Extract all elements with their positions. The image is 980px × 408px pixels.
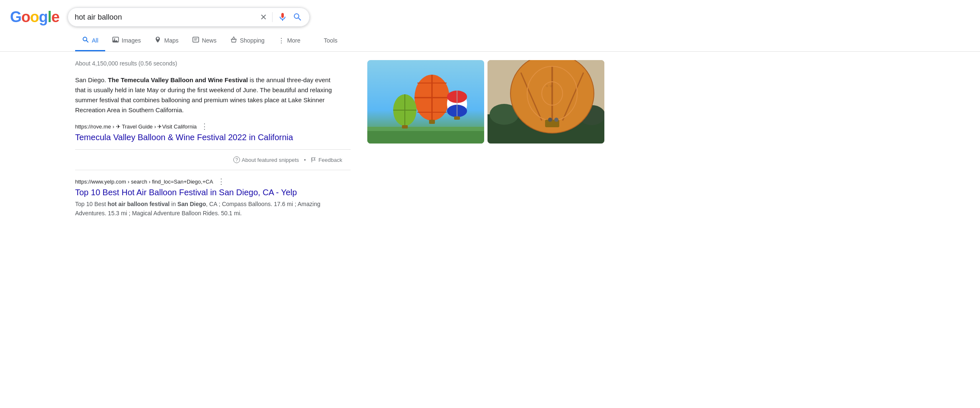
tab-maps-label: Maps: [164, 37, 178, 44]
results-count: About 4,150,000 results (0.56 seconds): [75, 60, 351, 67]
svg-point-41: [548, 118, 552, 122]
logo-e: e: [51, 8, 59, 25]
images-column: ○ ☆: [367, 60, 604, 225]
main-content: About 4,150,000 results (0.56 seconds) S…: [0, 52, 980, 225]
result-2-title[interactable]: Top 10 Best Hot Air Balloon Festival in …: [75, 188, 297, 197]
result-item-2: https://www.yelp.com › search › find_loc…: [75, 177, 351, 218]
result-1-url: https://rove.me › ✈ Travel Guide › ✈Visi…: [75, 123, 197, 130]
about-snippets-button[interactable]: ? About featured snippets: [233, 156, 299, 163]
snippet-bold: The Temecula Valley Balloon and Wine Fes…: [108, 76, 248, 83]
results-column: About 4,150,000 results (0.56 seconds) S…: [75, 60, 351, 225]
shopping-icon: [230, 36, 237, 45]
result-2-url-row: https://www.yelp.com › search › find_loc…: [75, 177, 351, 186]
tab-news-label: News: [202, 37, 217, 44]
tab-all[interactable]: All: [75, 32, 105, 51]
separator-1: [75, 149, 351, 150]
flag-icon: [311, 157, 317, 163]
tab-all-label: All: [92, 37, 99, 44]
divider: [272, 12, 273, 22]
nav-tabs: All Images Maps News Shopping ⋮ More Too…: [0, 27, 980, 52]
search-input[interactable]: [75, 13, 256, 22]
snippet-text: San Diego. The Temecula Valley Balloon a…: [75, 75, 334, 115]
tab-tools-label: Tools: [324, 37, 338, 44]
tab-shopping-label: Shopping: [240, 37, 265, 44]
result-2-url: https://www.yelp.com › search › find_loc…: [75, 179, 213, 185]
result-2-more-options[interactable]: ⋮: [217, 177, 225, 186]
featured-snippet: San Diego. The Temecula Valley Balloon a…: [75, 75, 351, 115]
tab-shopping[interactable]: Shopping: [223, 32, 271, 51]
tab-more[interactable]: ⋮ More: [271, 33, 307, 51]
image-1-placeholder: [367, 60, 484, 144]
search-bar: ✕: [68, 8, 310, 27]
svg-rect-25: [454, 116, 460, 120]
feedback-label: Feedback: [318, 157, 342, 163]
svg-line-1: [86, 40, 88, 42]
tab-more-label: More: [287, 37, 301, 44]
result-1-title[interactable]: Temecula Valley Balloon & Wine Festival …: [75, 133, 293, 142]
header: Google ✕: [0, 0, 980, 27]
logo-g2: g: [39, 8, 48, 25]
logo-o1: o: [21, 8, 30, 25]
image-2-placeholder: ○ ☆: [487, 60, 604, 144]
news-icon: [192, 36, 200, 45]
snippet-text-before: San Diego.: [75, 76, 108, 83]
images-icon: [112, 36, 119, 45]
tab-maps[interactable]: Maps: [147, 32, 185, 51]
tab-tools[interactable]: Tools: [317, 33, 344, 50]
logo-o2: o: [30, 8, 39, 25]
logo-g1: G: [10, 8, 21, 25]
svg-point-3: [114, 38, 115, 40]
tab-images-label: Images: [122, 37, 141, 44]
image-1[interactable]: [367, 60, 484, 144]
more-dots-icon: ⋮: [278, 37, 285, 45]
svg-rect-4: [193, 37, 199, 42]
all-icon: [82, 36, 89, 45]
images-wrapper: ○ ☆: [367, 60, 604, 144]
svg-rect-16: [429, 120, 435, 124]
feedback-button[interactable]: Feedback: [311, 157, 342, 163]
result-1-more-options[interactable]: ⋮: [201, 122, 208, 131]
svg-rect-9: [367, 131, 484, 144]
svg-text:○ ☆: ○ ☆: [546, 84, 553, 88]
maps-icon: [154, 36, 162, 45]
result-1-url-row: https://rove.me › ✈ Travel Guide › ✈Visi…: [75, 122, 351, 131]
mic-icon[interactable]: [278, 12, 288, 22]
snippet-actions: ? About featured snippets • Feedback: [75, 156, 351, 163]
search-icons: ✕: [260, 12, 303, 22]
google-logo: Google: [10, 8, 59, 26]
search-button[interactable]: [293, 12, 303, 22]
clear-button[interactable]: ✕: [260, 12, 267, 22]
result-item-1: https://rove.me › ✈ Travel Guide › ✈Visi…: [75, 122, 351, 143]
logo-l: l: [48, 8, 51, 25]
tab-images[interactable]: Images: [105, 32, 148, 51]
separator-2: [75, 170, 351, 170]
result-2-desc: Top 10 Best hot air balloon festival in …: [75, 199, 334, 218]
svg-rect-20: [402, 125, 408, 128]
footer-dot: •: [304, 157, 306, 163]
question-icon: ?: [233, 156, 240, 163]
search-bar-wrapper: ✕: [68, 8, 310, 27]
image-2[interactable]: ○ ☆: [487, 60, 604, 144]
about-snippets-label: About featured snippets: [242, 157, 299, 163]
tab-news[interactable]: News: [185, 32, 223, 51]
svg-point-42: [554, 118, 558, 122]
